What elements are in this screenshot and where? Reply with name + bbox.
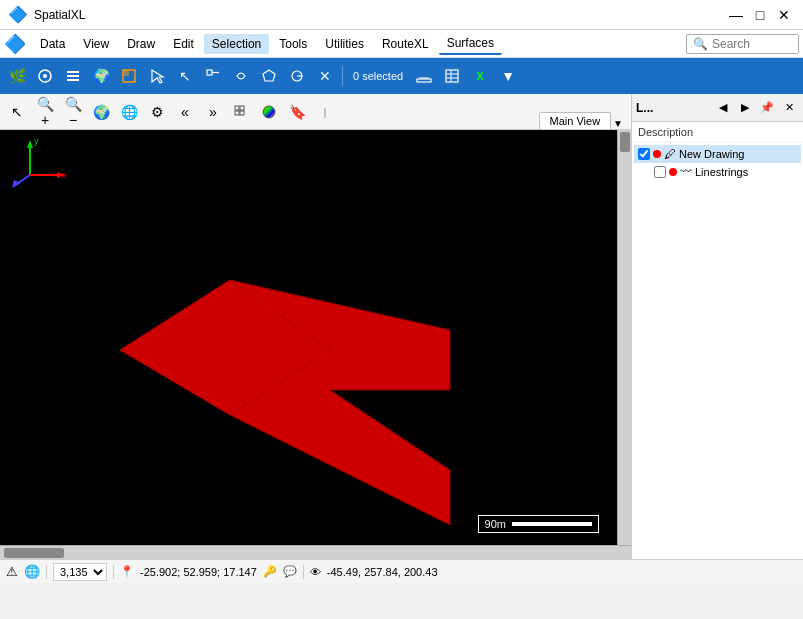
stb-settings-button[interactable]: ⚙ [144,99,170,125]
menu-tools[interactable]: Tools [271,34,315,54]
svg-rect-8 [207,70,212,75]
svg-rect-15 [446,70,458,82]
tb-lasso-button[interactable] [228,63,254,89]
svg-marker-7 [152,70,163,83]
tb-table-button[interactable] [439,63,465,89]
stb-zoomin-button[interactable]: 🔍+ [32,99,58,125]
panel-forward-button[interactable]: ▶ [735,98,755,118]
toolbar: 🌿 🌍 ↖ ✕ 0 selected X ▼ [0,58,803,94]
statusbar: ⚠ 🌐 3,135 📍 -25.902; 52.959; 17.147 🔑 💬 … [0,559,803,583]
svg-rect-19 [235,106,239,110]
tb-select2-button[interactable] [200,63,226,89]
tb-new-button[interactable]: 🌿 [4,63,30,89]
layer-color-dot-linestrings [669,168,677,176]
vscroll-thumb[interactable] [620,132,630,152]
stb-bookmark-button[interactable]: 🔖 [284,99,310,125]
location-icon: 📍 [120,565,134,578]
titlebar-left: 🔷 SpatialXL [8,5,85,24]
stb-next-button[interactable]: » [200,99,226,125]
svg-rect-6 [123,70,129,76]
canvas-area[interactable]: y x 90m [0,130,617,545]
menu-selection[interactable]: Selection [204,34,269,54]
search-box: 🔍 [686,34,799,54]
subtoolbar: ↖ 🔍+ 🔍− 🌍 🌐 ⚙ « » 🔖 | Main View ▼ [0,94,631,130]
svg-marker-27 [27,140,33,148]
view-panel: ↖ 🔍+ 🔍− 🌍 🌐 ⚙ « » 🔖 | Main View ▼ [0,94,631,559]
layer-checkbox-linestrings[interactable] [654,166,666,178]
svg-rect-3 [67,75,79,77]
canvas-svg [0,130,600,545]
status-sep2 [113,565,114,579]
view-tab-arrow[interactable]: ▼ [613,118,623,129]
menubar: 🔷 Data View Draw Edit Selection Tools Ut… [0,30,803,58]
layer-checkbox-new-drawing[interactable] [638,148,650,160]
panel-close-button[interactable]: ✕ [779,98,799,118]
tb-globe-button[interactable]: 🌍 [88,63,114,89]
toolbar-separator [342,66,343,86]
close-button[interactable]: ✕ [773,4,795,26]
hscroll-thumb[interactable] [4,548,64,558]
tb-polygon-button[interactable] [256,63,282,89]
stb-extra-button[interactable]: | [312,99,338,125]
minimize-button[interactable]: — [725,4,747,26]
tb-open-button[interactable] [32,63,58,89]
view-tabs: Main View ▼ [539,94,623,129]
menu-edit[interactable]: Edit [165,34,202,54]
description-label: Description [632,122,803,143]
tb-radius-button[interactable] [284,63,310,89]
search-input[interactable] [712,37,792,51]
panel-pin-button[interactable]: 📌 [757,98,777,118]
menu-utilities[interactable]: Utilities [317,34,372,54]
svg-rect-22 [240,111,244,115]
tb-map-button[interactable] [116,63,142,89]
menu-surfaces[interactable]: Surfaces [439,33,502,55]
menu-routexl[interactable]: RouteXL [374,34,437,54]
tb-edit-icon[interactable] [411,63,437,89]
tb-remove-button[interactable]: ✕ [312,63,338,89]
menu-draw[interactable]: Draw [119,34,163,54]
tb-more-button[interactable]: ▼ [495,63,521,89]
tb-cursor-button[interactable]: ↖ [172,63,198,89]
horizontal-scrollbar[interactable] [0,545,631,559]
stb-grid-button[interactable] [228,99,254,125]
svg-point-1 [43,74,47,78]
stb-zoomout-button[interactable]: 🔍− [60,99,86,125]
location-text: -25.902; 52.959; 17.147 [140,566,257,578]
globe-icon: 🌐 [24,564,40,579]
vertical-scrollbar[interactable] [617,130,631,545]
layer-row-new-drawing[interactable]: 🖊 New Drawing [634,145,801,163]
maximize-button[interactable]: □ [749,4,771,26]
panel-back-button[interactable]: ◀ [713,98,733,118]
app-icon: 🔷 [8,5,28,24]
stb-color-button[interactable] [256,99,282,125]
layer-row-linestrings[interactable]: 〰 Linestrings [634,163,801,181]
menu-data[interactable]: Data [32,34,73,54]
layer-icon-linestrings: 〰 [680,165,692,179]
svg-text:y: y [34,136,39,146]
svg-rect-20 [240,106,244,110]
status-sep1 [46,565,47,579]
svg-marker-14 [419,77,429,79]
right-panel: L... ◀ ▶ 📌 ✕ Description 🖊 New Drawing 〰… [631,94,803,559]
main-view-tab[interactable]: Main View [539,112,612,129]
panel-title: L... [636,101,711,115]
tb-excel-button[interactable]: X [467,63,493,89]
stb-prev-button[interactable]: « [172,99,198,125]
svg-point-23 [263,106,275,118]
canvas-wrapper: y x 90m [0,130,631,545]
stb-globe3-button[interactable]: 🌐 [116,99,142,125]
right-panel-header: L... ◀ ▶ 📌 ✕ [632,94,803,122]
scale-label: 90m [485,518,506,530]
menu-view[interactable]: View [75,34,117,54]
stb-globe2-button[interactable]: 🌍 [88,99,114,125]
status-icon3: 🔑 [263,565,277,578]
status-sep3 [303,565,304,579]
svg-rect-2 [67,71,79,73]
tb-layers-button[interactable] [60,63,86,89]
zoom-select[interactable]: 3,135 [53,563,107,581]
layer-label-linestrings: Linestrings [695,166,748,178]
svg-rect-21 [235,111,239,115]
search-icon: 🔍 [693,37,708,51]
tb-select-button[interactable] [144,63,170,89]
stb-pointer-button[interactable]: ↖ [4,99,30,125]
